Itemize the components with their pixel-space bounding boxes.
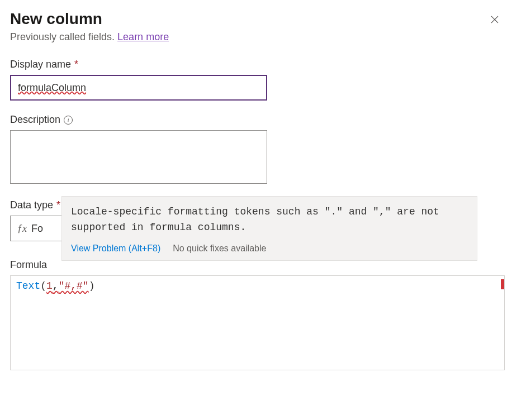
formula-token-paren: ) xyxy=(89,280,95,292)
view-problem-link[interactable]: View Problem (Alt+F8) xyxy=(71,244,160,254)
description-label-text: Description xyxy=(10,114,60,126)
fx-icon: ƒx xyxy=(17,223,27,235)
panel-subtitle: Previously called fields. Learn more xyxy=(10,31,169,43)
tooltip-message: Locale-specific formatting tokens such a… xyxy=(71,204,468,236)
close-button[interactable] xyxy=(487,12,502,29)
formula-token-string: "#,#" xyxy=(59,280,89,292)
display-name-input[interactable]: formulaColumn xyxy=(10,75,267,101)
formula-label: Formula xyxy=(10,259,502,271)
data-type-value-partial: Fo xyxy=(31,223,43,235)
formula-token-number: 1 xyxy=(46,280,53,292)
description-label: Description i xyxy=(10,114,502,126)
display-name-label-text: Display name xyxy=(10,59,71,70)
required-indicator: * xyxy=(74,59,78,70)
formula-code-line: Text(1,"#,#") xyxy=(16,280,499,292)
error-marker[interactable] xyxy=(501,279,504,289)
error-tooltip: Locale-specific formatting tokens such a… xyxy=(61,196,477,261)
no-fixes-text: No quick fixes available xyxy=(173,244,266,254)
description-input[interactable] xyxy=(10,130,267,184)
data-type-label-text: Data type xyxy=(10,199,53,211)
close-icon xyxy=(490,15,500,25)
display-name-value: formulaColumn xyxy=(18,82,86,94)
panel-title: New column xyxy=(10,10,169,28)
formula-token-func: Text xyxy=(16,280,40,292)
info-icon[interactable]: i xyxy=(64,116,73,125)
subtitle-text: Previously called fields. xyxy=(10,31,117,42)
formula-token-comma: , xyxy=(53,280,59,292)
display-name-label: Display name * xyxy=(10,59,502,70)
required-indicator: * xyxy=(56,199,60,211)
learn-more-link[interactable]: Learn more xyxy=(117,31,169,42)
formula-editor[interactable]: Text(1,"#,#") xyxy=(10,275,505,370)
formula-label-text: Formula xyxy=(10,259,47,271)
formula-token-paren: ( xyxy=(40,280,46,292)
